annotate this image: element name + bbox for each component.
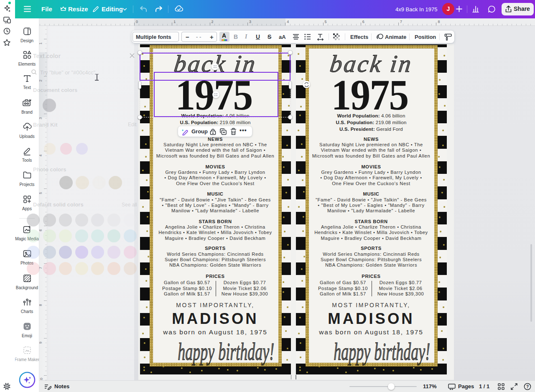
svg-text:?: ? <box>526 384 529 389</box>
